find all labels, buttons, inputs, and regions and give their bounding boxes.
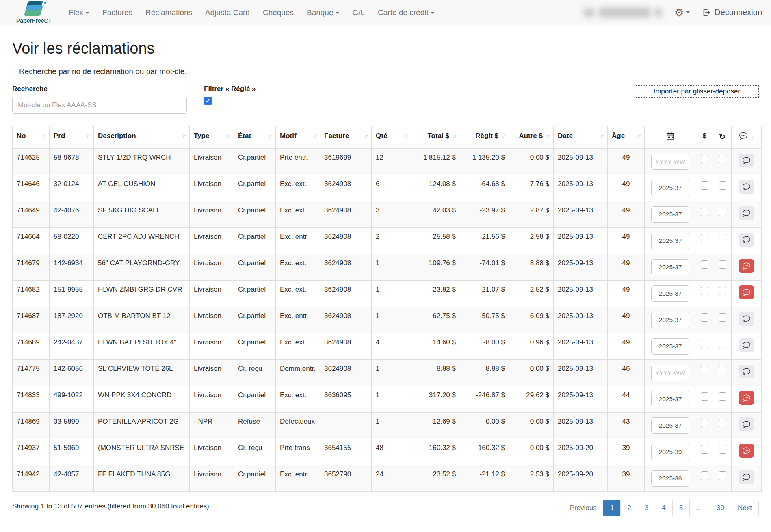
dollar-checkbox[interactable] [701, 234, 708, 242]
dollar-checkbox[interactable] [701, 313, 708, 322]
week-input[interactable] [651, 259, 689, 275]
refresh-checkbox[interactable] [719, 471, 726, 480]
week-input[interactable] [651, 365, 689, 381]
cell-comment [732, 333, 762, 360]
comment-button[interactable] [739, 312, 754, 326]
column-header-age[interactable]: Âge↓↑ [608, 126, 645, 149]
column-header-description[interactable]: Description↓↑ [94, 126, 190, 149]
column-header-autre[interactable]: Autre $↓↑ [509, 126, 554, 149]
week-input[interactable] [651, 154, 689, 170]
column-header-reglt[interactable]: Règlt $↓↑ [460, 126, 509, 149]
dollar-checkbox[interactable] [701, 181, 708, 190]
refresh-checkbox[interactable] [719, 260, 726, 269]
week-input[interactable] [651, 206, 689, 223]
comment-button-danger[interactable] [739, 391, 754, 405]
refresh-checkbox[interactable] [719, 234, 726, 242]
column-header-no[interactable]: No↓↑ [13, 126, 50, 149]
cell-prd: 51-5069 [50, 439, 94, 465]
comment-button[interactable] [739, 365, 754, 378]
pagination-previous-link[interactable]: Previous [563, 500, 604, 516]
week-input[interactable] [651, 391, 689, 407]
column-header-prd[interactable]: Prd↓↑ [50, 126, 94, 149]
nav-item-carte-de-credit[interactable]: Carte de crédit [371, 0, 441, 25]
refresh-checkbox[interactable] [719, 392, 726, 401]
refresh-checkbox[interactable] [719, 366, 726, 374]
dollar-checkbox[interactable] [701, 471, 708, 480]
dollar-checkbox[interactable] [701, 340, 708, 348]
brand-logo[interactable]: PaperFreeCT [16, 1, 52, 24]
settings-menu[interactable]: ⚙ [674, 7, 690, 18]
pagination-next[interactable]: Next [731, 500, 759, 516]
nav-item-banque[interactable]: Banque [300, 0, 346, 25]
dollar-checkbox[interactable] [701, 392, 708, 401]
page-3[interactable]: 3 [638, 500, 655, 516]
page-5[interactable]: 5 [673, 500, 690, 516]
comment-button[interactable] [739, 180, 754, 194]
page-4[interactable]: 4 [655, 500, 672, 516]
pagination-previous[interactable]: Previous [563, 500, 604, 516]
week-input[interactable] [651, 417, 689, 434]
page-1[interactable]: 1 [604, 500, 621, 516]
refresh-checkbox[interactable] [719, 340, 726, 348]
comment-button-danger[interactable] [739, 285, 754, 299]
week-input[interactable] [651, 285, 689, 302]
dollar-checkbox[interactable] [701, 208, 708, 216]
week-input[interactable] [651, 312, 689, 328]
page-39-link[interactable]: 39 [710, 500, 731, 516]
column-header-total[interactable]: Total $↓↑ [411, 126, 460, 149]
dollar-checkbox[interactable] [701, 419, 708, 427]
column-header-motif[interactable]: Motif↓↑ [276, 126, 320, 149]
comment-button[interactable] [739, 154, 754, 167]
week-input[interactable] [651, 444, 689, 460]
page-39[interactable]: 39 [710, 500, 731, 516]
page-5-link[interactable]: 5 [672, 500, 690, 516]
search-input[interactable] [12, 97, 187, 114]
comment-button[interactable] [739, 206, 754, 220]
comment-button[interactable] [739, 233, 754, 247]
refresh-checkbox[interactable] [719, 181, 726, 190]
filter-regle-checkbox[interactable]: ✓ [204, 97, 212, 105]
week-input[interactable] [651, 470, 689, 487]
refresh-checkbox[interactable] [719, 155, 726, 163]
column-header-etat[interactable]: État↓↑ [234, 126, 276, 149]
comment-button[interactable] [739, 417, 754, 431]
refresh-checkbox[interactable] [719, 313, 726, 322]
week-input[interactable] [651, 338, 689, 355]
dollar-checkbox[interactable] [701, 445, 708, 454]
dollar-checkbox[interactable] [701, 260, 708, 269]
comment-button-danger[interactable] [739, 444, 754, 458]
week-input[interactable] [651, 233, 689, 249]
nav-item-flex[interactable]: Flex [62, 0, 96, 25]
page-2-link[interactable]: 2 [620, 500, 638, 516]
dollar-checkbox[interactable] [701, 366, 708, 374]
refresh-checkbox[interactable] [719, 208, 726, 216]
column-header-qte[interactable]: Qté↓↑ [372, 126, 411, 149]
nav-item-adjusta-card[interactable]: Adjusta Card [199, 0, 256, 25]
page-1-link[interactable]: 1 [603, 500, 621, 516]
dollar-checkbox[interactable] [701, 155, 708, 163]
pagination-next-link[interactable]: Next [731, 500, 759, 516]
cell-etat: Cr.partiel [234, 386, 276, 413]
refresh-checkbox[interactable] [719, 419, 726, 427]
page-4-link[interactable]: 4 [655, 500, 672, 516]
nav-item-g-l[interactable]: G/L [346, 0, 372, 25]
week-input[interactable] [651, 180, 689, 196]
page-3-link[interactable]: 3 [638, 500, 655, 516]
comment-button[interactable] [739, 470, 754, 484]
logout-button[interactable]: Déconnexion [702, 8, 762, 17]
comment-button[interactable] [739, 338, 754, 352]
refresh-checkbox[interactable] [719, 287, 726, 295]
column-header-type[interactable]: Type↓↑ [190, 126, 234, 149]
nav-item-cheques[interactable]: Chèques [256, 0, 300, 25]
dollar-checkbox[interactable] [701, 287, 708, 295]
sort-icon: ↓↑ [268, 133, 271, 139]
nav-item-reclamations[interactable]: Réclamations [139, 0, 199, 25]
column-header-date[interactable]: Date↓↑ [554, 126, 608, 149]
refresh-checkbox[interactable] [719, 445, 726, 454]
column-header-chat[interactable]: ↓↑ [732, 126, 762, 149]
nav-item-factures[interactable]: Factures [96, 0, 139, 25]
comment-button-danger[interactable] [739, 259, 754, 273]
page-2[interactable]: 2 [621, 500, 638, 516]
column-header-facture[interactable]: Facture↓↑ [320, 126, 372, 149]
import-drag-drop-button[interactable]: Importer par glisser-déposer [635, 85, 759, 98]
